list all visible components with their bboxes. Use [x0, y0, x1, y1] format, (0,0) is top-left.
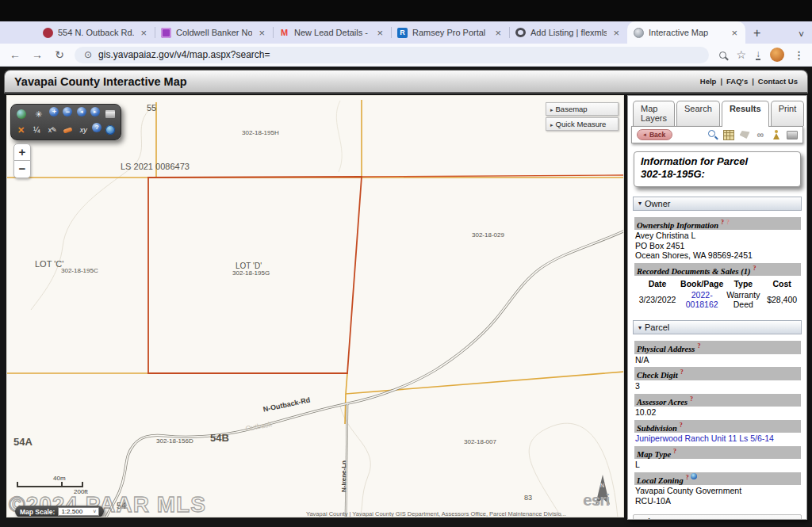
dark-circle-favicon-icon — [515, 28, 526, 37]
prev-extent-tool-icon[interactable] — [77, 107, 86, 116]
tab-search-chevron-icon[interactable]: ˅ — [799, 29, 804, 40]
sales-cell[interactable]: 2022-0018162 — [680, 289, 723, 311]
person-icon[interactable] — [771, 129, 782, 140]
browser-tab[interactable]: Add Listing | flexmls Web× — [509, 21, 627, 44]
browser-tab[interactable]: Interactive Map× — [627, 21, 745, 44]
map-toolbar — [10, 104, 121, 140]
browser-tab[interactable]: 554 N. Outback Rd./Avey× — [36, 21, 155, 44]
quick-measure-button[interactable]: ▸Quick Measure — [546, 117, 619, 131]
parcel-section-header[interactable]: ▾ Parcel — [633, 320, 802, 334]
back-icon[interactable]: ← — [8, 48, 22, 61]
address-bar[interactable]: ⊙ gis.yavapaiaz.gov/v4/map.aspx?search= — [75, 47, 709, 63]
header-link[interactable]: Help — [700, 77, 717, 86]
quarter-tool-icon[interactable] — [30, 123, 44, 137]
tab-map-layers[interactable]: Map Layers — [633, 101, 675, 126]
map-scale-select[interactable]: 1:2,500 ˅ — [58, 507, 99, 516]
help-icon[interactable]: ? — [690, 395, 693, 403]
next-extent-tool-icon[interactable] — [90, 107, 100, 116]
zoom-in-tool-icon[interactable] — [49, 107, 59, 116]
expand-arrow-icon: ▸ — [550, 122, 553, 128]
zoom-icon[interactable] — [719, 52, 726, 59]
tab-close-icon[interactable]: × — [375, 27, 385, 39]
help-icon[interactable]: ? — [721, 219, 724, 226]
tab-close-icon[interactable]: × — [493, 27, 503, 39]
map-label: 54A — [13, 437, 33, 447]
sales-col-header: Book/Page — [680, 278, 723, 289]
tab-close-icon[interactable]: × — [139, 27, 148, 39]
globe-tool-icon[interactable] — [14, 107, 28, 121]
grid-icon[interactable] — [723, 129, 734, 140]
profile-avatar[interactable] — [770, 48, 784, 62]
page-background: Yavapai County Interactive Map Help|FAQ'… — [0, 67, 812, 527]
world-tool-icon[interactable] — [104, 123, 117, 137]
zoom-out-tool-icon[interactable] — [63, 107, 72, 116]
zoom-in-button[interactable]: + — [13, 143, 31, 161]
tab-search[interactable]: Search — [676, 101, 720, 126]
sales-table: DateBook/PageTypeCost 3/23/20222022-0018… — [634, 278, 801, 311]
help-icon[interactable]: ? — [753, 265, 756, 272]
tab-print[interactable]: Print — [771, 101, 805, 126]
help-icon[interactable]: ? — [686, 474, 689, 481]
forward-icon[interactable]: → — [30, 48, 44, 61]
field-value: 10.02 — [634, 407, 801, 418]
map-label: 83 — [524, 495, 532, 502]
map-label: 302-18-195G — [232, 270, 270, 277]
purple-grid-favicon-icon — [161, 28, 171, 38]
map-attribution: Yavapai County | Yavapai County GIS Depa… — [306, 510, 623, 517]
site-settings-icon[interactable]: ⊙ — [84, 49, 92, 60]
help-icon[interactable]: ? — [680, 422, 683, 429]
tab-results[interactable]: Results — [722, 101, 769, 127]
pan-tool-icon[interactable] — [32, 107, 45, 121]
measure-tool-icon[interactable] — [14, 123, 28, 137]
tab-close-icon[interactable]: × — [257, 27, 266, 39]
print-icon[interactable] — [787, 129, 798, 140]
browser-tab[interactable]: RRamsey Pro Portal× — [391, 21, 509, 44]
header-link[interactable]: Contact Us — [758, 77, 798, 86]
tab-close-icon[interactable]: × — [730, 27, 739, 39]
owner-section-header[interactable]: ▾ Owner — [633, 197, 802, 211]
help-icon[interactable]: ? — [697, 342, 700, 349]
panel-toolbar: ◄Back — [631, 126, 803, 143]
sales-cell: $28,400 — [763, 289, 801, 311]
browser-tab[interactable]: Coldwell Banker Northland× — [155, 21, 273, 44]
browser-menu-icon[interactable]: ⋮ — [794, 49, 804, 61]
globe-link-icon[interactable] — [691, 473, 697, 479]
browser-tab[interactable]: MNew Lead Details - Ray Sa× — [273, 21, 391, 44]
scale-bar-tick — [61, 482, 63, 487]
red-boundary-line — [362, 175, 624, 177]
help-icon[interactable]: ? — [726, 219, 730, 226]
zoom-out-button[interactable]: − — [13, 161, 31, 178]
xy-tool-icon[interactable] — [77, 123, 90, 137]
eraser-tool-icon[interactable] — [61, 123, 75, 137]
link-separator: | — [720, 77, 722, 86]
map-canvas[interactable]: N 55302-18-195H302-18-195ELS 2021 008647… — [6, 95, 624, 517]
polygon-icon[interactable] — [739, 129, 750, 140]
panel-toolbar-icons — [707, 129, 798, 140]
basemap-button[interactable]: ▸Basemap — [546, 102, 619, 116]
xy-pencil-tool-icon[interactable] — [45, 123, 59, 137]
downloads-icon[interactable]: ↓ — [756, 50, 760, 60]
link-icon[interactable] — [755, 129, 766, 140]
help-icon[interactable]: ? — [673, 448, 676, 455]
header-link[interactable]: FAQ's — [726, 77, 748, 86]
parcel-section-body: Physical Address?N/ACheck Digit?3Assesso… — [631, 334, 803, 507]
back-arrow-icon: ◄ — [642, 132, 647, 137]
help-icon[interactable]: ? — [680, 369, 684, 376]
back-button[interactable]: ◄Back — [637, 129, 672, 140]
scale-bar-line — [17, 486, 83, 487]
new-tab-button[interactable]: + — [745, 26, 768, 44]
field-value[interactable]: Juniperwood Ranch Unit 11 Ls 5/6-14 — [634, 433, 801, 444]
owner-section-body: Ownership Information?? Avey Christina L… — [631, 211, 803, 316]
contour-line — [336, 101, 342, 172]
magnifier-icon[interactable] — [707, 129, 718, 140]
map-overlay-buttons: ▸Basemap ▸Quick Measure — [546, 102, 619, 132]
sales-cell: 3/23/2022 — [634, 289, 680, 311]
reload-icon[interactable]: ↻ — [52, 48, 67, 61]
bookmark-star-icon[interactable]: ☆ — [736, 48, 746, 61]
ownership-info-label: Ownership Information?? — [634, 217, 801, 231]
help-tool-icon[interactable] — [92, 123, 102, 132]
tab-close-icon[interactable]: × — [611, 27, 621, 39]
map-label: 54B — [210, 433, 229, 443]
section-area[interactable]: ▸Area — [633, 514, 802, 520]
print-tool-icon[interactable] — [104, 107, 117, 121]
